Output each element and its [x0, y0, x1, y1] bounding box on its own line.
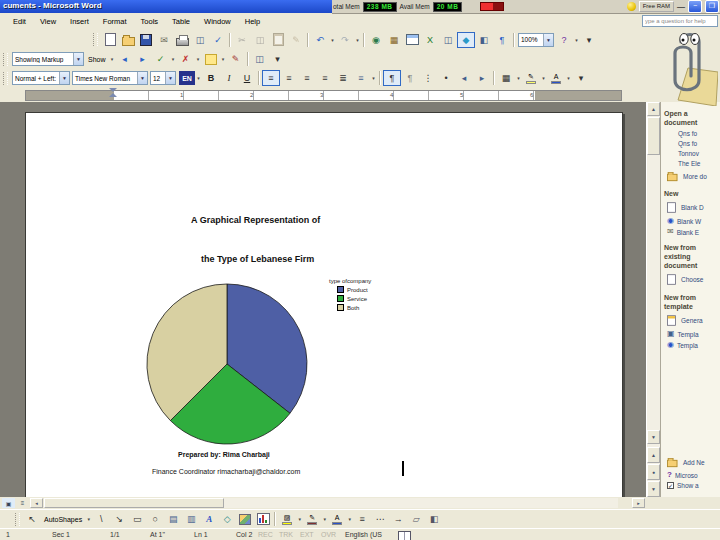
undo-dropdown[interactable]: ▾	[329, 37, 336, 43]
font-color-dropdown[interactable]: ▾	[565, 75, 572, 81]
print-button[interactable]	[173, 32, 191, 48]
toolbar-handle[interactable]	[15, 513, 20, 526]
numbering-button[interactable]: ⋮	[419, 70, 437, 86]
3d-style-button[interactable]: ◧	[425, 511, 443, 527]
task-pane-link[interactable]: ◉Blank W	[667, 217, 720, 225]
previous-change-button[interactable]: ◂	[116, 51, 134, 67]
spelling-grammar-button[interactable]: ✓	[209, 32, 227, 48]
toolbar-options-button[interactable]: ▾	[572, 70, 590, 86]
toolbar-handle[interactable]	[93, 33, 98, 46]
undo-button[interactable]: ↶	[311, 32, 329, 48]
cut-button[interactable]: ✂	[233, 32, 251, 48]
show-at-startup-checkbox[interactable]: ✓	[667, 482, 674, 489]
task-pane-link[interactable]: ?Microso	[667, 471, 720, 479]
new-comment-dropdown[interactable]: ▾	[220, 56, 227, 62]
scroll-thumb[interactable]	[647, 117, 660, 155]
reviewing-pane-button[interactable]: ◫	[251, 51, 269, 67]
status-mode-trk[interactable]: TRK	[279, 531, 293, 538]
italic-button[interactable]: I	[220, 70, 238, 86]
align-right-button[interactable]: ≡	[298, 70, 316, 86]
scroll-right-button[interactable]: ▸	[632, 498, 645, 508]
fill-color-button[interactable]: ▨	[278, 511, 296, 527]
status-mode-ovr[interactable]: OVR	[321, 531, 336, 538]
menu-window[interactable]: Window	[197, 16, 238, 27]
menu-tools[interactable]: Tools	[134, 16, 166, 27]
tables-and-borders-button[interactable]: ▦	[385, 32, 403, 48]
next-change-button[interactable]: ▸	[134, 51, 152, 67]
show-hide-paragraph-button[interactable]: ¶	[493, 32, 511, 48]
next-page-button[interactable]: ▼	[647, 481, 660, 497]
bold-button[interactable]: B	[202, 70, 220, 86]
drawing-button[interactable]: ◆	[457, 32, 475, 48]
task-pane-link[interactable]: Qns fo	[675, 130, 720, 137]
insert-diagram-button[interactable]: ◇	[218, 511, 236, 527]
toolbar-options-button[interactable]: ▾	[580, 32, 598, 48]
open-button[interactable]	[119, 32, 137, 48]
task-pane-link[interactable]: Qns fo	[675, 140, 720, 147]
outside-border-button[interactable]: ▦	[497, 70, 515, 86]
free-ram-button[interactable]: Free RAM	[639, 1, 674, 12]
font-color-drawing-dropdown[interactable]: ▾	[346, 516, 353, 522]
font-size-dropdown-icon[interactable]: ▼	[165, 72, 175, 84]
style-combo[interactable]: Normal + Left: ▼	[12, 71, 70, 85]
bullets-button[interactable]: •	[437, 70, 455, 86]
accept-change-button[interactable]: ✓	[152, 51, 170, 67]
pie-chart[interactable]	[144, 281, 310, 447]
widget-minimize[interactable]: —	[677, 2, 685, 11]
print-preview-button[interactable]: ◫	[191, 32, 209, 48]
insert-table-button[interactable]	[403, 32, 421, 48]
clippy-office-assistant[interactable]	[660, 26, 718, 106]
show-menu-dropdown[interactable]: ▾	[109, 56, 116, 62]
fill-color-dropdown[interactable]: ▾	[296, 516, 303, 522]
document-page[interactable]: A Graphical Representation of the Type o…	[25, 112, 623, 497]
previous-page-button[interactable]: ▲	[647, 447, 660, 463]
toolbar-options-button[interactable]: ▾	[269, 51, 287, 67]
increase-indent-button[interactable]: ▸	[473, 70, 491, 86]
autoshapes-dropdown[interactable]: ▾	[85, 516, 92, 522]
outside-border-dropdown[interactable]: ▾	[515, 75, 522, 81]
toolbar-handle[interactable]	[3, 72, 8, 85]
vertical-scrollbar[interactable]: ▲ ▼ ▲ ● ▼	[646, 102, 660, 497]
show-menu-button[interactable]: Show	[85, 56, 109, 63]
print-layout-view-button[interactable]: ▣	[2, 498, 15, 508]
task-pane-link[interactable]: ◉Templa	[667, 341, 720, 349]
task-pane-link[interactable]: ✉Blank E	[667, 228, 720, 236]
horizontal-scroll-thumb[interactable]	[44, 498, 224, 508]
highlight-dropdown[interactable]: ▾	[540, 75, 547, 81]
underline-button[interactable]: U	[238, 70, 256, 86]
first-line-indent-marker[interactable]	[109, 88, 117, 92]
zoom-dropdown-icon[interactable]: ▼	[543, 34, 553, 46]
format-painter-button[interactable]: ✎	[287, 32, 305, 48]
menu-help[interactable]: Help	[238, 16, 267, 27]
redo-button[interactable]: ↷	[336, 32, 354, 48]
markup-dropdown-icon[interactable]: ▼	[73, 53, 83, 65]
task-pane-link[interactable]: ✓Show a	[667, 482, 720, 489]
indent-markers[interactable]	[109, 88, 117, 97]
restore-button[interactable]: ❐	[705, 0, 719, 13]
task-pane-link[interactable]: More do	[667, 170, 720, 182]
font-dropdown-icon[interactable]: ▼	[137, 72, 147, 84]
menu-format[interactable]: Format	[96, 16, 134, 27]
copy-button[interactable]: ◫	[251, 32, 269, 48]
paste-button[interactable]	[269, 32, 287, 48]
scroll-down-button[interactable]: ▼	[647, 430, 660, 444]
rectangle-button[interactable]: ▭	[128, 511, 146, 527]
zoom-combo[interactable]: 100% ▼	[518, 33, 554, 47]
document-map-button[interactable]: ◧	[475, 32, 493, 48]
autoshapes-menu-button[interactable]: AutoShapes	[41, 516, 85, 523]
task-pane-link[interactable]: The Ele	[675, 160, 720, 167]
reject-change-dropdown[interactable]: ▾	[195, 56, 202, 62]
menu-table[interactable]: Table	[165, 16, 197, 27]
status-mode-rec[interactable]: REC	[258, 531, 273, 538]
menu-edit[interactable]: Edit	[6, 16, 33, 27]
menu-view[interactable]: View	[33, 16, 63, 27]
highlight-button[interactable]: ✎	[522, 70, 540, 86]
distributed-button[interactable]: ≣	[334, 70, 352, 86]
task-pane-link[interactable]: ▣Templa	[667, 330, 720, 338]
select-browse-object-button[interactable]: ●	[647, 464, 660, 480]
outline-view-button[interactable]: ≡	[16, 498, 29, 508]
insert-wordart-button[interactable]: A	[200, 511, 218, 527]
decrease-indent-button[interactable]: ◂	[455, 70, 473, 86]
scroll-left-button[interactable]: ◂	[30, 498, 43, 508]
menu-insert[interactable]: Insert	[63, 16, 96, 27]
